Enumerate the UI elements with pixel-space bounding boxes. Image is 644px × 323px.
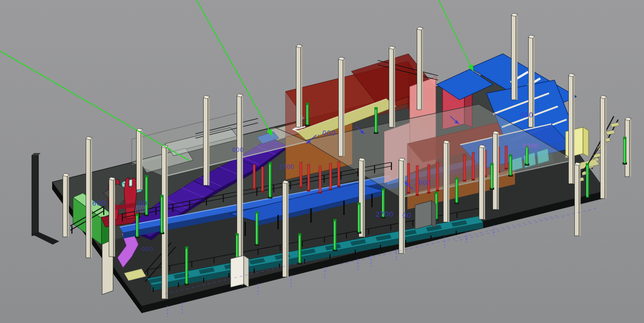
red-hanger	[319, 166, 321, 193]
column	[389, 48, 394, 127]
hanger-cap	[253, 188, 256, 190]
dimension-label: 000	[142, 246, 153, 252]
belt-leg	[304, 259, 305, 263]
green-post-highlight	[375, 110, 376, 132]
belt-leg	[153, 287, 154, 292]
column	[86, 139, 91, 258]
red-hanger	[338, 162, 340, 186]
green-post-highlight	[491, 166, 491, 188]
column-side	[484, 147, 485, 219]
cad-3d-viewport[interactable]: 600 00 000 . 000 2700 2700 00 . 000 000 …	[0, 0, 644, 323]
hanger-cap	[505, 168, 508, 169]
green-post-highlight	[186, 249, 186, 283]
dimension-label: . 000	[415, 179, 430, 186]
hanger-cap	[307, 190, 310, 191]
railing-post	[290, 182, 291, 189]
red-hanger	[436, 162, 439, 191]
column	[109, 179, 114, 257]
red-hanger	[505, 146, 507, 169]
dimension-label: 000	[232, 146, 244, 153]
green-post	[186, 248, 188, 284]
hanger-cap	[329, 189, 332, 190]
green-post-highlight	[306, 105, 307, 124]
red-hanger	[463, 155, 466, 181]
railing-post	[256, 188, 257, 196]
green-post	[624, 138, 626, 163]
post-cap	[268, 162, 272, 164]
column-side	[573, 76, 575, 184]
green-post-highlight	[509, 157, 510, 174]
red-hanger	[329, 163, 332, 190]
post-cap	[145, 175, 148, 177]
green-post-highlight	[624, 139, 624, 162]
railing-post	[147, 270, 148, 275]
hanger-cap	[463, 180, 466, 182]
hanger-cap	[337, 185, 340, 187]
railing-post	[155, 207, 156, 215]
post-cap	[586, 163, 589, 165]
green-post-highlight	[256, 214, 256, 243]
post-cap	[435, 192, 438, 194]
railing-post	[280, 245, 281, 251]
green-post-highlight	[586, 166, 587, 196]
green-post	[161, 196, 164, 233]
red-hanger	[407, 163, 410, 193]
railing-post	[273, 185, 275, 192]
post-cap	[298, 234, 301, 235]
railing-post	[324, 175, 325, 183]
column	[569, 76, 573, 184]
green-post	[456, 179, 458, 203]
post-cap	[623, 137, 626, 139]
dimension-label: 00	[138, 199, 147, 207]
belt-leg	[178, 282, 179, 287]
railing-post	[457, 212, 458, 218]
post-cap	[306, 103, 309, 105]
belt-leg	[380, 245, 381, 249]
green-post	[306, 104, 309, 125]
railing-post	[223, 195, 224, 202]
column-side	[343, 59, 345, 156]
hanger-cap	[261, 191, 264, 192]
railing-post	[346, 233, 347, 239]
hanger-cap	[299, 186, 303, 188]
column-side	[287, 183, 289, 277]
railing-post	[189, 201, 191, 209]
railing-post	[214, 258, 215, 263]
column	[479, 147, 484, 219]
red-hanger	[300, 162, 302, 188]
post-cap	[509, 155, 512, 156]
green-post-highlight	[526, 148, 527, 163]
red-hanger	[261, 167, 264, 192]
belt-leg	[203, 278, 204, 282]
belt-leg	[456, 231, 457, 235]
post-cap	[136, 214, 139, 216]
green-post-highlight	[299, 236, 299, 262]
post-cap	[185, 247, 188, 248]
column-side	[497, 133, 499, 209]
red-hanger	[428, 165, 430, 193]
column	[296, 47, 301, 127]
column-side	[422, 29, 423, 110]
column	[204, 98, 208, 185]
railing-post	[368, 229, 369, 234]
railing-post	[302, 241, 303, 247]
post-cap	[490, 163, 494, 165]
column-side	[114, 179, 115, 257]
post-cap	[357, 203, 361, 205]
column-side	[630, 120, 631, 177]
green-post	[145, 177, 148, 215]
red-hanger	[307, 165, 310, 191]
railing-post	[390, 225, 391, 230]
column-side	[208, 98, 210, 185]
floor-gray-box	[415, 201, 436, 229]
green-post-highlight	[161, 197, 161, 232]
column	[417, 29, 422, 110]
railing-post	[122, 214, 123, 222]
green-post	[136, 215, 139, 237]
dimension-label: 000	[520, 111, 534, 119]
column-side	[363, 160, 365, 237]
post-cap	[236, 234, 239, 235]
column-side	[579, 165, 581, 236]
post-cap	[160, 195, 164, 197]
green-post	[491, 165, 494, 189]
